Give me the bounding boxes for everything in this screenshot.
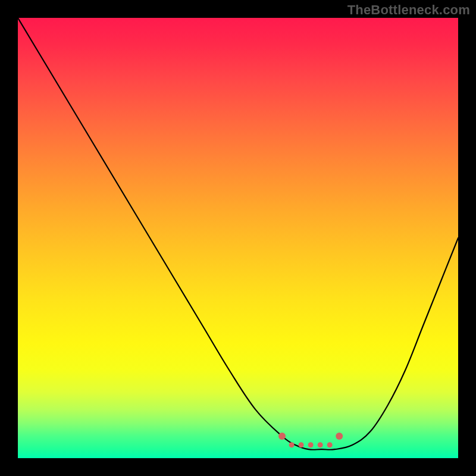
plot-area [18, 18, 458, 458]
gradient-background [18, 18, 458, 458]
chart-frame: TheBottleneck.com [0, 0, 476, 476]
watermark-text: TheBottleneck.com [347, 2, 470, 18]
